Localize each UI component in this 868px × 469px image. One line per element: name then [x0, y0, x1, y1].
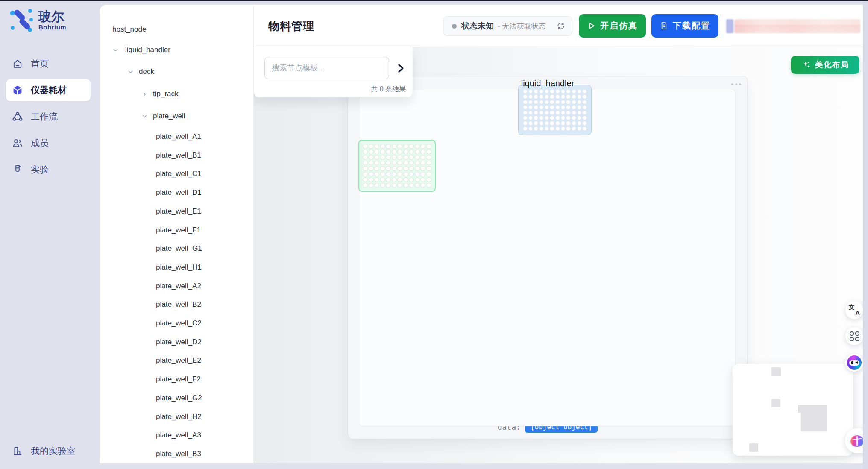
search-input[interactable] [264, 57, 389, 79]
ai-assistant-button[interactable] [845, 354, 863, 372]
well [415, 172, 420, 176]
tree-node-plate_well_A1[interactable]: plate_well_A1 [100, 132, 253, 142]
well [528, 89, 533, 94]
sidebar-item-experiment[interactable]: 实验 [0, 156, 100, 183]
tree-node-label: plate_well [153, 112, 185, 120]
well [572, 116, 576, 120]
tree-node-label: host_node [112, 25, 146, 34]
tree-node-plate_well_A3[interactable]: plate_well_A3 [100, 430, 253, 440]
well [572, 89, 576, 94]
minimap-node-rect [771, 399, 780, 407]
well [555, 94, 560, 99]
well [415, 144, 420, 149]
components-tool-button[interactable] [845, 327, 863, 345]
chevron-down-icon[interactable] [112, 47, 119, 53]
sidebar-item-members[interactable]: 成员 [0, 130, 100, 156]
well [528, 126, 533, 131]
well [534, 105, 538, 109]
well [369, 144, 374, 149]
well [409, 144, 414, 149]
well [409, 183, 414, 188]
tree-node-plate_well_E1[interactable]: plate_well_E1 [100, 206, 253, 217]
well [415, 166, 420, 171]
tree-node-plate_well_C2[interactable]: plate_well_C2 [100, 318, 253, 328]
well [555, 126, 560, 131]
collapse-chevron-icon[interactable] [396, 63, 405, 73]
well [561, 116, 566, 120]
flow-canvas[interactable]: 共 0 条结果 美化布局 liquid_handler data: [objec… [254, 47, 863, 463]
well-plate-blue[interactable] [518, 85, 592, 135]
well [523, 121, 528, 125]
tree-node-label: plate_well_F1 [156, 226, 201, 234]
refresh-status-icon[interactable] [557, 22, 565, 30]
sidebar-item-my-lab[interactable]: 我的实验室 [0, 440, 100, 462]
well [582, 126, 587, 131]
tree-node-host_node[interactable]: host_node [100, 24, 253, 35]
well [572, 111, 576, 115]
tree-node-plate_well_E2[interactable]: plate_well_E2 [100, 355, 253, 366]
chevron-down-icon[interactable] [141, 113, 148, 120]
tree-node-deck[interactable]: deck [100, 67, 253, 77]
tree-node-plate_well_B2[interactable]: plate_well_B2 [100, 299, 253, 310]
tree-node-plate_well_F2[interactable]: plate_well_F2 [100, 374, 253, 384]
tree-node-plate_well_D2[interactable]: plate_well_D2 [100, 337, 253, 347]
well [386, 172, 391, 176]
home-icon [12, 58, 23, 69]
well [380, 177, 385, 182]
tree-node-plate_well_G1[interactable]: plate_well_G1 [100, 243, 253, 254]
tree-node-plate_well[interactable]: plate_well [100, 111, 253, 121]
tree-node-plate_well_B3[interactable]: plate_well_B3 [100, 449, 253, 459]
tree-node-plate_well_B1[interactable]: plate_well_B1 [100, 150, 253, 161]
well [566, 89, 571, 94]
well [545, 126, 549, 131]
sidebar-item-home[interactable]: 首页 [0, 50, 100, 77]
well [572, 121, 576, 125]
well [577, 126, 582, 131]
well [403, 149, 408, 154]
tree-node-plate_well_H1[interactable]: plate_well_H1 [100, 262, 253, 273]
tree-node-plate_well_G2[interactable]: plate_well_G2 [100, 393, 253, 403]
tree-node-plate_well_C1[interactable]: plate_well_C1 [100, 169, 253, 179]
well-plate-green[interactable] [358, 140, 436, 192]
well [374, 161, 379, 165]
node-menu-icon[interactable] [731, 83, 741, 85]
well [550, 94, 554, 99]
tree-node-plate_well_F1[interactable]: plate_well_F1 [100, 225, 253, 235]
chevron-right-icon[interactable] [141, 91, 148, 97]
tree-node-tip_rack[interactable]: tip_rack [100, 89, 253, 99]
well [380, 172, 385, 176]
liquid-handler-node[interactable]: liquid_handler data: [object Object] [348, 76, 748, 439]
page-scrollbar[interactable] [863, 0, 868, 469]
well [374, 177, 379, 182]
well [415, 161, 420, 165]
sidebar-item-label: 成员 [31, 137, 49, 149]
well [426, 161, 431, 165]
download-config-button[interactable]: 下载配置 [651, 14, 718, 38]
well [528, 111, 533, 115]
chevron-down-icon[interactable] [127, 69, 134, 75]
well [392, 172, 397, 176]
well [363, 149, 368, 154]
well [555, 116, 560, 120]
sidebar: 玻尔 Bohrium 首页仪器耗材工作流成员实验 我的实验室 [0, 1, 100, 469]
well [550, 111, 554, 115]
translate-tool-button[interactable]: 文A [845, 301, 863, 319]
tree-node-plate_well_D1[interactable]: plate_well_D1 [100, 188, 253, 198]
tree-node-plate_well_A2[interactable]: plate_well_A2 [100, 281, 253, 291]
tree-node-plate_well_H2[interactable]: plate_well_H2 [100, 412, 253, 422]
sidebar-item-cube[interactable]: 仪器耗材 [0, 77, 100, 103]
canvas-minimap[interactable] [733, 364, 853, 456]
well [420, 183, 425, 188]
well [534, 121, 538, 125]
well [380, 166, 385, 171]
start-simulation-button[interactable]: 开启仿真 [579, 14, 646, 38]
node-tree-panel: host_nodeliquid_handlerdecktip_rackplate… [100, 5, 254, 463]
well [403, 166, 408, 171]
sidebar-item-workflow[interactable]: 工作流 [0, 103, 100, 130]
beautify-layout-button[interactable]: 美化布局 [791, 56, 859, 74]
well [409, 155, 414, 160]
brand-logo[interactable]: 玻尔 Bohrium [9, 7, 66, 33]
tree-node-liquid_handler[interactable]: liquid_handler [100, 45, 253, 55]
well [550, 105, 554, 109]
well [566, 121, 571, 125]
